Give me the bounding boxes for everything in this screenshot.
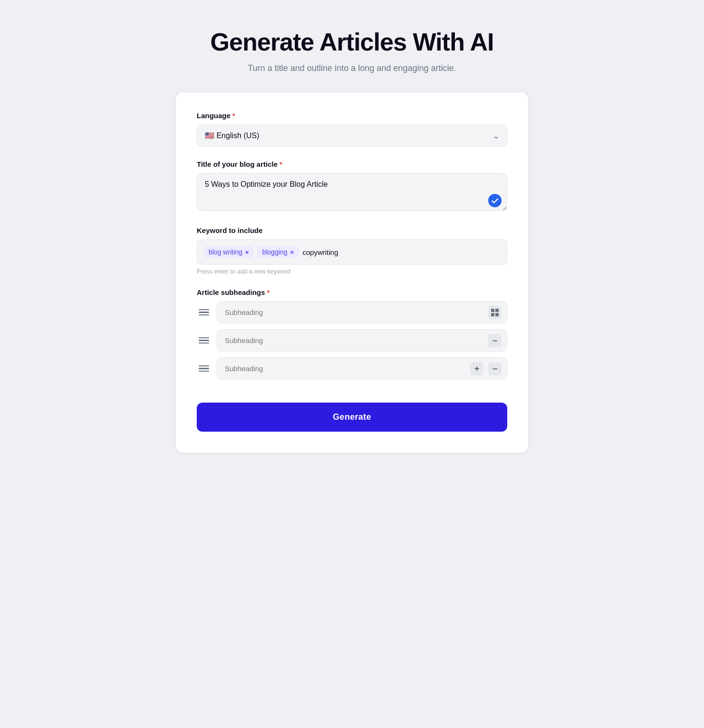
keyword-tag-blogging: blogging × xyxy=(257,246,299,258)
language-select-wrapper: 🇺🇸 English (US) 🇬🇧 English (UK) 🇫🇷 Frenc… xyxy=(197,124,507,147)
subheading-input-1[interactable] xyxy=(217,301,507,324)
subheading-actions-3: + − xyxy=(470,362,502,375)
page-title: Generate Articles With AI xyxy=(176,29,528,56)
subheadings-field-group: Article subheadings * xyxy=(197,288,507,380)
subheadings-list: − + − xyxy=(197,301,507,380)
page-header: Generate Articles With AI Turn a title a… xyxy=(176,29,528,73)
drag-handle-2[interactable] xyxy=(197,335,211,346)
language-field-group: Language * 🇺🇸 English (US) 🇬🇧 English (U… xyxy=(197,111,507,147)
form-card: Language * 🇺🇸 English (US) 🇬🇧 English (U… xyxy=(176,92,528,453)
subheading-actions-2: − xyxy=(488,334,502,347)
keywords-input-area[interactable]: blog writing × blogging × xyxy=(197,239,507,265)
grid-icon-button-1[interactable] xyxy=(488,306,502,319)
keyword-remove-blog-writing[interactable]: × xyxy=(245,249,249,255)
required-star-title: * xyxy=(280,160,282,168)
language-label: Language * xyxy=(197,111,507,120)
keyword-text-input[interactable] xyxy=(302,248,500,256)
subheading-input-2[interactable] xyxy=(217,329,507,352)
subheading-row-3: + − xyxy=(197,357,507,380)
remove-subheading-button-2[interactable]: − xyxy=(488,334,502,347)
grid-icon-1 xyxy=(491,309,499,316)
title-field-group: Title of your blog article * 5 Ways to O… xyxy=(197,160,507,213)
required-star-subheadings: * xyxy=(267,288,270,296)
subheading-input-wrapper-2: − xyxy=(217,329,507,352)
title-input[interactable]: 5 Ways to Optimize your Blog Article xyxy=(197,173,507,211)
generate-button[interactable]: Generate xyxy=(197,403,507,432)
subheading-input-wrapper-3: + − xyxy=(217,357,507,380)
drag-handle-1[interactable] xyxy=(197,307,211,318)
keyword-tag-text: blogging xyxy=(262,248,287,256)
remove-subheading-button-3[interactable]: − xyxy=(488,362,502,375)
keyword-hint: Press enter to add a new keyword xyxy=(197,268,507,275)
page-subtitle: Turn a title and outline into a long and… xyxy=(176,63,528,73)
language-select[interactable]: 🇺🇸 English (US) 🇬🇧 English (UK) 🇫🇷 Frenc… xyxy=(197,124,507,147)
keyword-label: Keyword to include xyxy=(197,226,507,234)
subheading-actions-1 xyxy=(488,306,502,319)
add-subheading-button-3[interactable]: + xyxy=(470,362,483,375)
keyword-tag-text: blog writing xyxy=(209,248,242,256)
check-badge xyxy=(488,194,502,207)
subheadings-label: Article subheadings * xyxy=(197,288,507,296)
subheading-row-1 xyxy=(197,301,507,324)
keyword-remove-blogging[interactable]: × xyxy=(290,249,294,255)
subheading-input-wrapper-1 xyxy=(217,301,507,324)
keyword-field-group: Keyword to include blog writing × bloggi… xyxy=(197,226,507,275)
drag-handle-3[interactable] xyxy=(197,364,211,374)
subheading-input-3[interactable] xyxy=(217,357,507,380)
title-input-wrapper: 5 Ways to Optimize your Blog Article xyxy=(197,173,507,213)
subheading-row-2: − xyxy=(197,329,507,352)
keyword-tag-blog-writing: blog writing × xyxy=(204,246,253,258)
title-label: Title of your blog article * xyxy=(197,160,507,168)
required-star-language: * xyxy=(232,111,235,120)
